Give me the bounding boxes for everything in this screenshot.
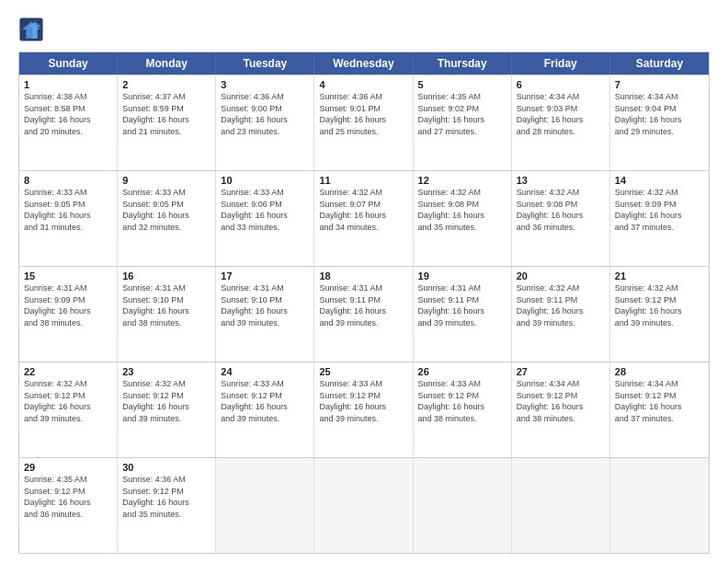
day-cell-25: 25Sunrise: 4:33 AM Sunset: 9:12 PM Dayli… bbox=[314, 362, 413, 457]
day-number: 2 bbox=[122, 79, 210, 90]
day-number: 17 bbox=[221, 270, 309, 282]
day-info: Sunrise: 4:32 AM Sunset: 9:12 PM Dayligh… bbox=[615, 282, 704, 328]
day-number: 30 bbox=[122, 462, 210, 473]
day-number: 15 bbox=[24, 270, 112, 282]
day-info: Sunrise: 4:36 AM Sunset: 9:12 PM Dayligh… bbox=[122, 474, 210, 520]
week-row-4: 22Sunrise: 4:32 AM Sunset: 9:12 PM Dayli… bbox=[19, 362, 709, 457]
day-cell-24: 24Sunrise: 4:33 AM Sunset: 9:12 PM Dayli… bbox=[216, 362, 314, 457]
day-info: Sunrise: 4:33 AM Sunset: 9:12 PM Dayligh… bbox=[221, 378, 309, 424]
day-info: Sunrise: 4:34 AM Sunset: 9:04 PM Dayligh… bbox=[615, 91, 704, 137]
day-cell-19: 19Sunrise: 4:31 AM Sunset: 9:11 PM Dayli… bbox=[414, 267, 512, 362]
day-cell-13: 13Sunrise: 4:32 AM Sunset: 9:08 PM Dayli… bbox=[512, 171, 610, 266]
day-number: 23 bbox=[122, 366, 210, 377]
day-number: 27 bbox=[517, 366, 605, 377]
day-info: Sunrise: 4:31 AM Sunset: 9:09 PM Dayligh… bbox=[24, 282, 112, 328]
weekday-header-thursday: Thursday bbox=[414, 52, 512, 75]
empty-cell bbox=[216, 458, 314, 553]
day-number: 9 bbox=[122, 175, 210, 186]
day-number: 1 bbox=[24, 79, 112, 90]
day-cell-16: 16Sunrise: 4:31 AM Sunset: 9:10 PM Dayli… bbox=[118, 267, 216, 362]
day-info: Sunrise: 4:34 AM Sunset: 9:12 PM Dayligh… bbox=[615, 378, 704, 424]
day-info: Sunrise: 4:36 AM Sunset: 9:01 PM Dayligh… bbox=[319, 91, 407, 137]
weekday-header-saturday: Saturday bbox=[610, 52, 709, 75]
header bbox=[18, 17, 710, 42]
day-info: Sunrise: 4:35 AM Sunset: 9:12 PM Dayligh… bbox=[24, 474, 112, 520]
week-row-1: 1Sunrise: 4:38 AM Sunset: 8:58 PM Daylig… bbox=[19, 75, 709, 170]
weekday-header-monday: Monday bbox=[118, 52, 216, 75]
day-number: 6 bbox=[517, 79, 605, 90]
day-info: Sunrise: 4:33 AM Sunset: 9:05 PM Dayligh… bbox=[24, 187, 112, 233]
day-cell-18: 18Sunrise: 4:31 AM Sunset: 9:11 PM Dayli… bbox=[314, 267, 413, 362]
day-info: Sunrise: 4:31 AM Sunset: 9:11 PM Dayligh… bbox=[319, 282, 407, 328]
day-info: Sunrise: 4:33 AM Sunset: 9:06 PM Dayligh… bbox=[221, 187, 309, 233]
week-row-5: 29Sunrise: 4:35 AM Sunset: 9:12 PM Dayli… bbox=[19, 457, 709, 553]
day-number: 5 bbox=[418, 79, 506, 90]
empty-cell bbox=[314, 458, 413, 553]
day-cell-12: 12Sunrise: 4:32 AM Sunset: 9:08 PM Dayli… bbox=[414, 171, 512, 266]
day-number: 7 bbox=[615, 79, 704, 90]
day-cell-20: 20Sunrise: 4:32 AM Sunset: 9:11 PM Dayli… bbox=[512, 267, 610, 362]
day-number: 19 bbox=[418, 270, 506, 282]
weekday-header-sunday: Sunday bbox=[19, 52, 118, 75]
week-row-3: 15Sunrise: 4:31 AM Sunset: 9:09 PM Dayli… bbox=[19, 266, 709, 362]
day-cell-22: 22Sunrise: 4:32 AM Sunset: 9:12 PM Dayli… bbox=[19, 362, 118, 457]
day-info: Sunrise: 4:33 AM Sunset: 9:12 PM Dayligh… bbox=[319, 378, 407, 424]
day-cell-4: 4Sunrise: 4:36 AM Sunset: 9:01 PM Daylig… bbox=[314, 75, 413, 170]
weekday-header-tuesday: Tuesday bbox=[216, 52, 314, 75]
day-cell-1: 1Sunrise: 4:38 AM Sunset: 8:58 PM Daylig… bbox=[19, 75, 118, 170]
day-number: 8 bbox=[24, 175, 112, 186]
week-row-2: 8Sunrise: 4:33 AM Sunset: 9:05 PM Daylig… bbox=[19, 170, 709, 266]
day-number: 20 bbox=[517, 270, 605, 282]
day-cell-3: 3Sunrise: 4:36 AM Sunset: 9:00 PM Daylig… bbox=[216, 75, 314, 170]
day-number: 11 bbox=[319, 175, 407, 186]
day-cell-27: 27Sunrise: 4:34 AM Sunset: 9:12 PM Dayli… bbox=[512, 362, 610, 457]
day-number: 29 bbox=[24, 462, 112, 473]
day-info: Sunrise: 4:34 AM Sunset: 9:03 PM Dayligh… bbox=[517, 91, 605, 137]
calendar-body: 1Sunrise: 4:38 AM Sunset: 8:58 PM Daylig… bbox=[19, 75, 709, 553]
day-info: Sunrise: 4:32 AM Sunset: 9:08 PM Dayligh… bbox=[418, 187, 506, 233]
day-number: 24 bbox=[221, 366, 309, 377]
weekday-header-wednesday: Wednesday bbox=[314, 52, 413, 75]
day-number: 21 bbox=[615, 270, 704, 282]
day-info: Sunrise: 4:33 AM Sunset: 9:05 PM Dayligh… bbox=[122, 187, 210, 233]
day-cell-17: 17Sunrise: 4:31 AM Sunset: 9:10 PM Dayli… bbox=[216, 267, 314, 362]
day-cell-11: 11Sunrise: 4:32 AM Sunset: 9:07 PM Dayli… bbox=[314, 171, 413, 266]
day-cell-28: 28Sunrise: 4:34 AM Sunset: 9:12 PM Dayli… bbox=[610, 362, 709, 457]
weekday-header-friday: Friday bbox=[512, 52, 610, 75]
day-cell-10: 10Sunrise: 4:33 AM Sunset: 9:06 PM Dayli… bbox=[216, 171, 314, 266]
day-cell-6: 6Sunrise: 4:34 AM Sunset: 9:03 PM Daylig… bbox=[512, 75, 610, 170]
day-cell-26: 26Sunrise: 4:33 AM Sunset: 9:12 PM Dayli… bbox=[414, 362, 512, 457]
day-number: 16 bbox=[122, 270, 210, 282]
day-cell-7: 7Sunrise: 4:34 AM Sunset: 9:04 PM Daylig… bbox=[610, 75, 709, 170]
day-info: Sunrise: 4:33 AM Sunset: 9:12 PM Dayligh… bbox=[418, 378, 506, 424]
day-info: Sunrise: 4:32 AM Sunset: 9:12 PM Dayligh… bbox=[24, 378, 112, 424]
day-info: Sunrise: 4:32 AM Sunset: 9:11 PM Dayligh… bbox=[517, 282, 605, 328]
day-number: 12 bbox=[418, 175, 506, 186]
day-number: 3 bbox=[221, 79, 309, 90]
day-info: Sunrise: 4:38 AM Sunset: 8:58 PM Dayligh… bbox=[24, 91, 112, 137]
day-cell-30: 30Sunrise: 4:36 AM Sunset: 9:12 PM Dayli… bbox=[118, 458, 216, 553]
day-number: 28 bbox=[615, 366, 704, 377]
day-info: Sunrise: 4:32 AM Sunset: 9:09 PM Dayligh… bbox=[615, 187, 704, 233]
day-info: Sunrise: 4:32 AM Sunset: 9:07 PM Dayligh… bbox=[319, 187, 407, 233]
day-number: 4 bbox=[319, 79, 407, 90]
day-cell-21: 21Sunrise: 4:32 AM Sunset: 9:12 PM Dayli… bbox=[610, 267, 709, 362]
empty-cell bbox=[610, 458, 709, 553]
page: SundayMondayTuesdayWednesdayThursdayFrid… bbox=[0, 0, 728, 563]
day-info: Sunrise: 4:35 AM Sunset: 9:02 PM Dayligh… bbox=[418, 91, 506, 137]
day-info: Sunrise: 4:37 AM Sunset: 8:59 PM Dayligh… bbox=[122, 91, 210, 137]
day-number: 18 bbox=[319, 270, 407, 282]
day-cell-29: 29Sunrise: 4:35 AM Sunset: 9:12 PM Dayli… bbox=[19, 458, 118, 553]
empty-cell bbox=[512, 458, 610, 553]
day-info: Sunrise: 4:32 AM Sunset: 9:12 PM Dayligh… bbox=[122, 378, 210, 424]
day-cell-2: 2Sunrise: 4:37 AM Sunset: 8:59 PM Daylig… bbox=[118, 75, 216, 170]
day-cell-8: 8Sunrise: 4:33 AM Sunset: 9:05 PM Daylig… bbox=[19, 171, 118, 266]
day-number: 13 bbox=[517, 175, 605, 186]
day-number: 26 bbox=[418, 366, 506, 377]
empty-cell bbox=[414, 458, 512, 553]
day-number: 25 bbox=[319, 366, 407, 377]
day-info: Sunrise: 4:36 AM Sunset: 9:00 PM Dayligh… bbox=[221, 91, 309, 137]
day-info: Sunrise: 4:31 AM Sunset: 9:11 PM Dayligh… bbox=[418, 282, 506, 328]
day-info: Sunrise: 4:32 AM Sunset: 9:08 PM Dayligh… bbox=[517, 187, 605, 233]
logo bbox=[18, 17, 48, 42]
